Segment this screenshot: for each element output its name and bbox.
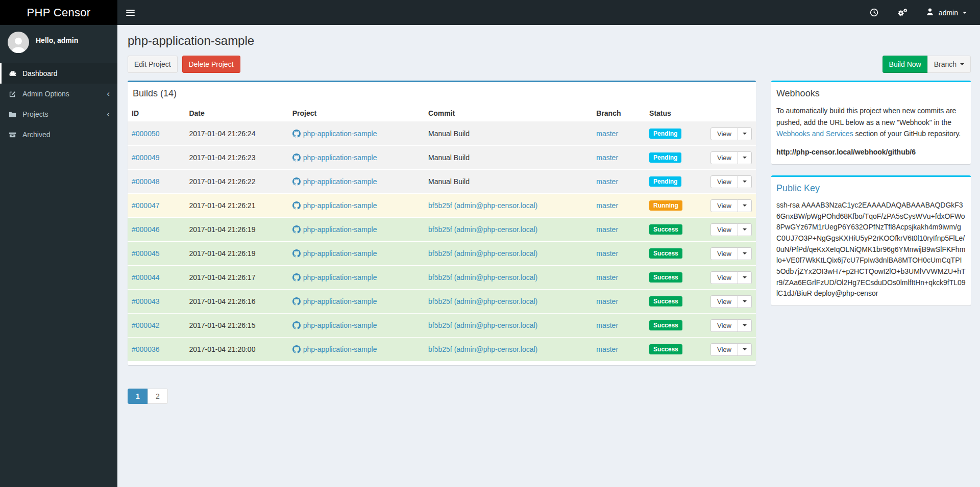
view-button[interactable]: View [710,223,738,236]
project-link[interactable]: php-application-sample [303,321,377,329]
webhooks-and-services-link[interactable]: Webhooks and Services [776,130,853,138]
sidebar-toggle-button[interactable] [117,0,143,25]
commit-link[interactable]: bf5b25f (admin@php-censor.local) [428,345,537,353]
caret-down-icon [743,348,747,350]
status-badge: Pending [649,176,681,187]
builds-table: ID Date Project Commit Branch Status #00… [128,105,756,361]
build-id-link[interactable]: #000048 [132,177,160,186]
view-button[interactable]: View [710,175,738,188]
branch-link[interactable]: master [596,249,618,258]
branch-link[interactable]: master [596,201,618,210]
project-link[interactable]: php-application-sample [303,201,377,210]
sidebar-item-admin-options[interactable]: Admin Options [0,84,117,104]
view-button[interactable]: View [710,295,738,308]
page-button-1[interactable]: 1 [128,389,148,404]
page-button-2[interactable]: 2 [148,389,168,404]
project-link[interactable]: php-application-sample [303,177,377,186]
project-link[interactable]: php-application-sample [303,273,377,281]
build-row: #000043 2017-01-04 21:26:16 php-applicat… [128,290,756,314]
view-button[interactable]: View [710,319,738,332]
project-link[interactable]: php-application-sample [303,130,377,138]
commit-link[interactable]: bf5b25f (admin@php-censor.local) [428,297,537,305]
build-id-link[interactable]: #000047 [132,201,160,210]
sidebar-item-archived[interactable]: Archived [0,124,117,145]
view-dropdown-toggle[interactable] [738,271,752,284]
branch-link[interactable]: master [596,345,618,353]
github-icon [292,177,301,186]
view-dropdown-toggle[interactable] [738,199,752,212]
build-id-link[interactable]: #000043 [132,297,160,305]
delete-project-button[interactable]: Delete Project [182,56,240,73]
view-button[interactable]: View [710,247,738,260]
sidebar-item-projects[interactable]: Projects [0,104,117,124]
status-badge: Success [649,224,682,235]
view-dropdown-toggle[interactable] [738,319,752,332]
branch-link[interactable]: master [596,321,618,329]
project-link[interactable]: php-application-sample [303,225,377,234]
build-row: #000042 2017-01-04 21:26:15 php-applicat… [128,314,756,338]
caret-down-icon [743,204,747,207]
build-id-link[interactable]: #000044 [132,273,160,281]
build-now-button[interactable]: Build Now [883,56,928,73]
project-link[interactable]: php-application-sample [303,297,377,305]
commit-link[interactable]: bf5b25f (admin@php-censor.local) [428,321,537,329]
build-id-link[interactable]: #000042 [132,321,160,329]
build-id-link[interactable]: #000050 [132,130,160,138]
archive-icon [8,131,17,139]
build-date: 2017-01-04 21:20:00 [185,338,288,362]
user-menu[interactable]: admin [926,8,967,17]
branch-link[interactable]: master [596,273,618,281]
view-dropdown-toggle[interactable] [738,247,752,260]
view-button[interactable]: View [710,343,738,356]
branch-link[interactable]: master [596,153,618,162]
webhooks-text: section of your GitHub repository. [853,130,961,138]
branch-link[interactable]: master [596,177,618,186]
github-icon [292,249,301,258]
branch-dropdown-button[interactable]: Branch [927,56,971,73]
commit-link[interactable]: Manual Build [428,130,470,138]
view-dropdown-toggle[interactable] [738,223,752,236]
github-icon [292,225,301,234]
view-button[interactable]: View [710,199,738,212]
settings-gears-icon[interactable] [897,8,908,17]
caret-down-icon [743,133,747,135]
sidebar-item-label: Projects [22,110,48,118]
commit-link[interactable]: bf5b25f (admin@php-censor.local) [428,225,537,234]
builds-panel-title: Builds (14) [128,82,756,105]
build-date: 2017-01-04 21:26:17 [185,266,288,290]
branch-link[interactable]: master [596,130,618,138]
commit-link[interactable]: bf5b25f (admin@php-censor.local) [428,273,537,281]
view-button[interactable]: View [710,127,738,140]
branch-link[interactable]: master [596,297,618,305]
project-link[interactable]: php-application-sample [303,345,377,353]
build-id-link[interactable]: #000046 [132,225,160,234]
build-id-link[interactable]: #000036 [132,345,160,353]
commit-link[interactable]: bf5b25f (admin@php-censor.local) [428,249,537,258]
build-id-link[interactable]: #000045 [132,249,160,258]
view-button[interactable]: View [710,271,738,284]
user-icon [926,8,934,17]
sidebar-item-dashboard[interactable]: Dashboard [0,63,117,84]
commit-link[interactable]: Manual Build [428,153,470,162]
edit-project-button[interactable]: Edit Project [128,56,178,73]
view-button[interactable]: View [710,151,738,164]
commit-link[interactable]: Manual Build [428,177,470,186]
project-link[interactable]: php-application-sample [303,153,377,162]
view-dropdown-toggle[interactable] [738,151,752,164]
project-link[interactable]: php-application-sample [303,249,377,258]
view-dropdown-toggle[interactable] [738,127,752,140]
view-dropdown-toggle[interactable] [738,343,752,356]
project-actions: Edit Project Delete Project Build Now Br… [117,48,980,73]
col-branch: Branch [592,105,645,122]
view-dropdown-toggle[interactable] [738,295,752,308]
webhooks-panel: Webhooks To automatically build this pro… [771,81,971,164]
commit-link[interactable]: bf5b25f (admin@php-censor.local) [428,201,537,210]
clock-icon[interactable] [870,8,878,17]
branch-link[interactable]: master [596,225,618,234]
brand-logo[interactable]: PHP Censor [0,0,117,25]
sidebar: Hello, admin Dashboard Admin Options [0,25,117,487]
view-dropdown-toggle[interactable] [738,175,752,188]
status-badge: Success [649,296,682,306]
build-date: 2017-01-04 21:26:16 [185,290,288,314]
build-id-link[interactable]: #000049 [132,153,160,162]
